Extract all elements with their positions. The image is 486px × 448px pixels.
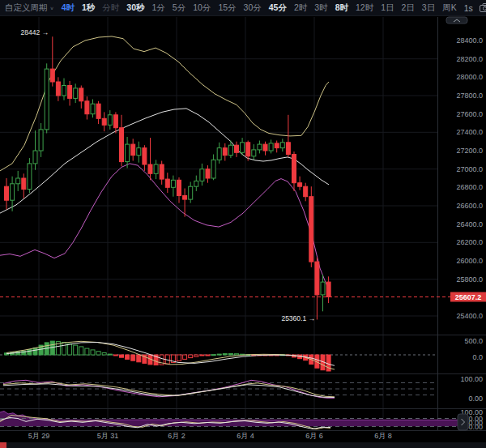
rsi-axis-label: 0.00 — [468, 395, 483, 403]
screenshot-camera-icon[interactable] — [480, 3, 486, 12]
candle — [292, 155, 296, 183]
candle — [211, 160, 215, 178]
macd-bar — [96, 352, 100, 355]
candle — [177, 180, 181, 195]
price-tick-label: 28400.0 — [456, 36, 483, 45]
period-button-10分[interactable]: 10分 — [193, 2, 211, 14]
price-tick-label: 27400.0 — [456, 128, 483, 136]
period-button-分时[interactable]: 分时 — [102, 2, 119, 14]
candle — [235, 145, 239, 152]
candle — [79, 88, 83, 101]
period-button-2时[interactable]: 2时 — [294, 2, 307, 14]
candle — [143, 148, 147, 164]
chevron-down-icon: ∨ — [50, 5, 54, 10]
macd-bar — [108, 354, 112, 355]
candle — [228, 145, 232, 156]
period-button-15分[interactable]: 15分 — [218, 2, 236, 14]
candle — [200, 169, 204, 181]
period-button-45分[interactable]: 45分 — [269, 2, 287, 14]
period-button-30分[interactable]: 30分 — [244, 2, 262, 14]
candle — [269, 143, 273, 151]
last-price-badge: 25607.2 — [450, 292, 486, 302]
candle — [263, 144, 267, 151]
candle — [286, 143, 290, 155]
candle — [131, 144, 135, 156]
macd-bar — [177, 355, 181, 361]
trading-app-window: { "toolbar": { "period_menu": "自定义周期", "… — [0, 0, 486, 448]
price-tick-label: 25800.0 — [456, 275, 483, 284]
macd-bar — [68, 343, 72, 355]
collapse-pane-tab[interactable] — [446, 17, 467, 23]
price-tick-label: 26600.0 — [456, 202, 483, 210]
expand-panel-tab[interactable] — [458, 414, 468, 430]
period-button-4时[interactable]: 4时 — [62, 2, 75, 14]
candle — [91, 104, 95, 114]
chart-canvas[interactable]: 28442 →25360.1 →28400.028200.028000.0278… — [0, 0, 486, 448]
price-tick-label: 26200.0 — [456, 238, 483, 246]
macd-bar — [217, 354, 221, 355]
period-button-1日[interactable]: 1日 — [381, 2, 394, 14]
price-tick-label: 27600.0 — [456, 110, 483, 118]
toolbar: 自定义周期 ∨ 4时1秒分时30秒1分5分10分15分30分45分2时3时8时1… — [0, 0, 486, 16]
period-button-周K[interactable]: 周K — [442, 2, 457, 14]
candle — [56, 82, 60, 96]
period-button-3时[interactable]: 3时 — [314, 2, 327, 14]
macd-bar — [74, 345, 78, 355]
time-tick-label: 5月 29 — [28, 432, 50, 440]
macd-bar — [200, 355, 204, 356]
candle — [321, 282, 325, 295]
period-buttons: 4时1秒分时30秒1分5分10分15分30分45分2时3时8时12时1日2日3日… — [62, 2, 457, 14]
custom-period-menu[interactable]: 自定义周期 ∨ — [5, 2, 54, 14]
period-button-2日[interactable]: 2日 — [402, 2, 415, 14]
period-button-12时[interactable]: 12时 — [356, 2, 373, 14]
macd-bar — [126, 355, 130, 359]
macd-bar — [28, 350, 32, 356]
macd-bar — [211, 355, 215, 356]
candle — [304, 186, 308, 197]
price-tick-label: 28200.0 — [456, 55, 483, 63]
candle — [120, 128, 124, 162]
period-button-5分[interactable]: 5分 — [173, 2, 185, 14]
candle — [33, 151, 37, 164]
period-button-1秒[interactable]: 1秒 — [82, 2, 95, 14]
candle — [74, 88, 78, 99]
period-button-30秒[interactable]: 30秒 — [126, 2, 144, 14]
price-tick-label: 26400.0 — [456, 220, 483, 228]
candle — [217, 148, 221, 160]
macd-bar — [183, 355, 187, 359]
candle — [45, 69, 49, 130]
candle — [160, 164, 164, 179]
custom-period-label: 自定义周期 — [5, 2, 48, 14]
candle — [85, 101, 89, 114]
candle — [258, 144, 262, 150]
candle — [96, 104, 100, 118]
candle — [11, 184, 15, 200]
candle — [280, 143, 284, 148]
price-tick-label: 27800.0 — [456, 92, 483, 100]
macd-bar — [102, 353, 106, 356]
candle — [16, 178, 20, 184]
candle — [189, 186, 193, 199]
period-button-3日[interactable]: 3日 — [422, 2, 435, 14]
candle — [5, 186, 9, 200]
price-tick-label: 27000.0 — [456, 165, 483, 173]
period-button-8时[interactable]: 8时 — [335, 2, 348, 14]
candle — [298, 183, 302, 187]
candle — [39, 130, 43, 151]
macd-bar — [33, 348, 37, 355]
candle — [206, 169, 210, 178]
macd-bar — [50, 341, 54, 355]
macd-bar — [206, 355, 210, 356]
resolution-label[interactable]: 1s — [464, 3, 473, 13]
candle — [241, 143, 245, 153]
candle — [326, 282, 330, 297]
candle — [22, 178, 26, 190]
rsi-axis-label: 100.00 — [460, 375, 483, 383]
candle — [252, 150, 256, 156]
period-button-1分[interactable]: 1分 — [152, 2, 165, 14]
chart-svg: 28442 →25360.1 →28400.028200.028000.0278… — [0, 0, 486, 448]
macd-bar — [113, 355, 117, 356]
macd-bar — [79, 347, 83, 355]
candle — [108, 115, 112, 126]
time-tick-label: 6月 6 — [305, 432, 323, 440]
